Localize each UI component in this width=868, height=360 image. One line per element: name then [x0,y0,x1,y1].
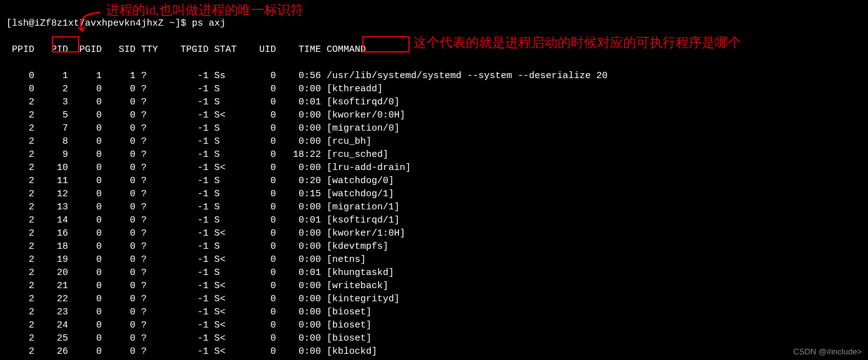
cell-tpgid: -1 [164,240,209,253]
cell-tpgid: -1 [164,174,209,188]
cell-sid: 0 [102,148,136,161]
cell-stat: Ss [209,69,242,82]
header-pid: PID [34,43,68,56]
cell-stat: S [209,214,242,227]
table-row: 21400?-1S00:01[ksoftirqd/1] [6,214,862,227]
cell-pgid: 0 [68,188,102,201]
cell-tpgid: -1 [164,332,209,345]
prompt-line[interactable]: [lsh@iZf8z1xt7avxhpevkn4jhxZ ~]$ ps axj [6,17,862,30]
cell-tpgid: -1 [164,266,209,279]
cell-pid: 5 [34,109,68,122]
cell-time: 0:20 [276,174,321,188]
cell-tpgid: -1 [164,345,209,358]
cell-stat: S< [209,292,242,306]
cell-uid: 0 [242,319,276,332]
table-row: 2900?-1S018:22[rcu_sched] [6,148,862,161]
cell-tpgid: -1 [164,109,209,122]
cell-time: 0:00 [276,201,321,214]
header-uid: UID [242,43,276,56]
cell-pid: 7 [34,122,68,135]
cell-ppid: 2 [6,188,34,201]
cell-command: [kworker/1:0H] [321,227,405,240]
cell-pgid: 0 [68,253,102,266]
cell-pid: 9 [34,148,68,161]
cell-time: 0:01 [276,266,321,279]
table-row: 2300?-1S00:01[ksoftirqd/0] [6,96,862,109]
cell-time: 0:00 [276,227,321,240]
cell-time: 0:01 [276,214,321,227]
cell-sid: 0 [102,332,136,345]
cell-sid: 0 [102,214,136,227]
cell-pgid: 0 [68,96,102,109]
cell-pid: 26 [34,345,68,358]
cell-stat: S [209,174,242,188]
cell-time: 0:00 [276,319,321,332]
cell-stat: S [209,82,242,96]
cell-sid: 0 [102,174,136,188]
cell-tty: ? [136,279,164,292]
cell-tpgid: -1 [164,135,209,148]
cell-pgid: 0 [68,319,102,332]
cell-command: [rcu_sched] [321,148,388,161]
header-ppid: PPID [6,43,34,56]
cell-uid: 0 [242,69,276,82]
cell-time: 0:15 [276,188,321,201]
cell-tpgid: -1 [164,227,209,240]
cell-stat: S [209,122,242,135]
cell-tpgid: -1 [164,161,209,174]
cell-command: [kthreadd] [321,82,383,96]
cell-sid: 0 [102,109,136,122]
cell-pgid: 0 [68,332,102,345]
cell-tty: ? [136,319,164,332]
cell-command: [writeback] [321,279,388,292]
cell-tpgid: -1 [164,69,209,82]
cell-command: [kblockd] [321,345,377,358]
cell-pid: 11 [34,174,68,188]
header-tty: TTY [136,43,164,56]
cell-ppid: 2 [6,319,34,332]
cell-tty: ? [136,266,164,279]
cell-pid: 14 [34,214,68,227]
table-row: 22600?-1S<00:00[kblockd] [6,345,862,358]
cell-tpgid: -1 [164,201,209,214]
cell-time: 0:00 [276,135,321,148]
cell-sid: 0 [102,240,136,253]
cell-pid: 16 [34,227,68,240]
cell-command: [kdevtmpfs] [321,240,388,253]
table-row: 21600?-1S<00:00[kworker/1:0H] [6,227,862,240]
table-row: 22500?-1S<00:00[bioset] [6,332,862,345]
cell-command: [ksoftirqd/1] [321,214,400,227]
cell-tty: ? [136,227,164,240]
header-pgid: PGID [68,43,102,56]
cell-pid: 18 [34,240,68,253]
cell-sid: 0 [102,227,136,240]
cell-tty: ? [136,122,164,135]
cell-tpgid: -1 [164,253,209,266]
cell-ppid: 2 [6,227,34,240]
cell-pid: 21 [34,279,68,292]
cell-ppid: 2 [6,279,34,292]
cell-uid: 0 [242,292,276,306]
table-row: 21000?-1S<00:00[lru-add-drain] [6,161,862,174]
cell-time: 0:00 [276,109,321,122]
prompt-host: iZf8z1xt7avxhpevkn4jhxZ [34,18,164,29]
cell-pid: 19 [34,253,68,266]
cell-sid: 0 [102,266,136,279]
cell-command: [bioset] [321,332,372,345]
cell-stat: S< [209,227,242,240]
cell-uid: 0 [242,161,276,174]
cell-pgid: 0 [68,306,102,319]
cell-tpgid: -1 [164,96,209,109]
cell-stat: S [209,266,242,279]
cell-time: 0:00 [276,332,321,345]
cell-ppid: 2 [6,109,34,122]
cell-time: 0:01 [276,96,321,109]
cell-pgid: 1 [68,69,102,82]
cell-command: [khungtaskd] [321,266,394,279]
cell-pgid: 0 [68,109,102,122]
header-stat: STAT [209,43,242,56]
cell-uid: 0 [242,188,276,201]
cell-pgid: 0 [68,135,102,148]
cell-stat: S [209,240,242,253]
table-row: 21200?-1S00:15[watchdog/1] [6,188,862,201]
